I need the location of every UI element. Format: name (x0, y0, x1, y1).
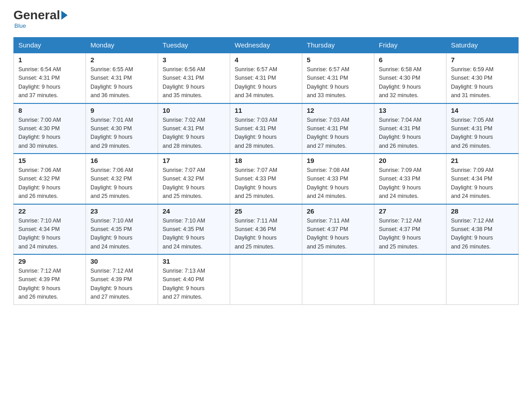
logo-area: General Blue (13, 9, 69, 29)
day-info: Sunrise: 7:07 AMSunset: 4:32 PMDaylight:… (163, 167, 205, 199)
day-cell: 31 Sunrise: 7:13 AMSunset: 4:40 PMDaylig… (158, 254, 230, 304)
day-cell: 13 Sunrise: 7:04 AMSunset: 4:31 PMDaylig… (374, 103, 446, 154)
day-info: Sunrise: 6:55 AMSunset: 4:31 PMDaylight:… (90, 66, 133, 98)
day-info: Sunrise: 7:10 AMSunset: 4:35 PMDaylight:… (163, 218, 205, 250)
day-info: Sunrise: 6:54 AMSunset: 4:31 PMDaylight:… (18, 66, 61, 98)
day-number: 3 (163, 56, 225, 64)
day-cell: 23 Sunrise: 7:10 AMSunset: 4:35 PMDaylig… (86, 204, 158, 255)
day-cell: 18 Sunrise: 7:07 AMSunset: 4:33 PMDaylig… (230, 154, 302, 204)
day-cell: 6 Sunrise: 6:58 AMSunset: 4:30 PMDayligh… (374, 53, 446, 103)
day-info: Sunrise: 7:05 AMSunset: 4:31 PMDaylight:… (451, 117, 493, 149)
day-cell (446, 254, 519, 304)
day-number: 15 (18, 157, 81, 164)
day-number: 14 (451, 107, 514, 114)
day-number: 4 (235, 56, 297, 64)
day-cell: 14 Sunrise: 7:05 AMSunset: 4:31 PMDaylig… (446, 103, 519, 154)
day-cell: 29 Sunrise: 7:12 AMSunset: 4:39 PMDaylig… (14, 254, 86, 304)
logo-arrow-icon (61, 11, 68, 20)
day-info: Sunrise: 7:12 AMSunset: 4:39 PMDaylight:… (18, 268, 61, 300)
col-header-sunday: Sunday (14, 38, 86, 53)
day-number: 10 (163, 107, 225, 114)
day-number: 26 (307, 207, 369, 215)
day-info: Sunrise: 6:57 AMSunset: 4:31 PMDaylight:… (307, 66, 349, 98)
day-info: Sunrise: 7:09 AMSunset: 4:34 PMDaylight:… (451, 167, 493, 199)
day-number: 21 (451, 157, 514, 164)
day-info: Sunrise: 6:58 AMSunset: 4:30 PMDaylight:… (379, 66, 421, 98)
day-cell: 2 Sunrise: 6:55 AMSunset: 4:31 PMDayligh… (86, 53, 158, 103)
day-cell: 7 Sunrise: 6:59 AMSunset: 4:30 PMDayligh… (446, 53, 519, 103)
day-cell: 16 Sunrise: 7:06 AMSunset: 4:32 PMDaylig… (86, 154, 158, 204)
day-number: 17 (163, 157, 225, 164)
day-cell: 21 Sunrise: 7:09 AMSunset: 4:34 PMDaylig… (446, 154, 519, 204)
day-info: Sunrise: 6:57 AMSunset: 4:31 PMDaylight:… (235, 66, 277, 98)
day-cell: 12 Sunrise: 7:03 AMSunset: 4:31 PMDaylig… (302, 103, 374, 154)
week-row-2: 8 Sunrise: 7:00 AMSunset: 4:30 PMDayligh… (14, 103, 519, 154)
day-cell: 5 Sunrise: 6:57 AMSunset: 4:31 PMDayligh… (302, 53, 374, 103)
week-row-5: 29 Sunrise: 7:12 AMSunset: 4:39 PMDaylig… (14, 254, 519, 304)
logo: General (13, 9, 69, 21)
day-number: 24 (163, 207, 225, 215)
day-info: Sunrise: 7:06 AMSunset: 4:32 PMDaylight:… (18, 167, 61, 199)
day-number: 22 (18, 207, 81, 215)
day-cell: 9 Sunrise: 7:01 AMSunset: 4:30 PMDayligh… (86, 103, 158, 154)
day-number: 12 (307, 107, 369, 114)
col-header-friday: Friday (374, 38, 446, 53)
logo-blue-text: Blue (14, 22, 26, 29)
day-info: Sunrise: 6:59 AMSunset: 4:30 PMDaylight:… (451, 66, 493, 98)
day-number: 19 (307, 157, 369, 164)
day-number: 13 (379, 107, 442, 114)
day-number: 6 (379, 56, 442, 64)
day-number: 25 (235, 207, 297, 215)
col-header-saturday: Saturday (446, 38, 519, 53)
day-number: 1 (18, 56, 81, 64)
day-cell: 30 Sunrise: 7:12 AMSunset: 4:39 PMDaylig… (86, 254, 158, 304)
day-cell: 4 Sunrise: 6:57 AMSunset: 4:31 PMDayligh… (230, 53, 302, 103)
day-cell: 15 Sunrise: 7:06 AMSunset: 4:32 PMDaylig… (14, 154, 86, 204)
day-info: Sunrise: 7:12 AMSunset: 4:37 PMDaylight:… (379, 218, 421, 250)
day-cell: 17 Sunrise: 7:07 AMSunset: 4:32 PMDaylig… (158, 154, 230, 204)
day-cell: 19 Sunrise: 7:08 AMSunset: 4:33 PMDaylig… (302, 154, 374, 204)
day-info: Sunrise: 7:07 AMSunset: 4:33 PMDaylight:… (235, 167, 277, 199)
col-header-thursday: Thursday (302, 38, 374, 53)
day-info: Sunrise: 7:06 AMSunset: 4:32 PMDaylight:… (90, 167, 133, 199)
day-cell: 25 Sunrise: 7:11 AMSunset: 4:36 PMDaylig… (230, 204, 302, 255)
day-cell: 1 Sunrise: 6:54 AMSunset: 4:31 PMDayligh… (14, 53, 86, 103)
day-info: Sunrise: 7:09 AMSunset: 4:33 PMDaylight:… (379, 167, 421, 199)
day-cell: 3 Sunrise: 6:56 AMSunset: 4:31 PMDayligh… (158, 53, 230, 103)
day-cell: 26 Sunrise: 7:11 AMSunset: 4:37 PMDaylig… (302, 204, 374, 255)
day-info: Sunrise: 7:01 AMSunset: 4:30 PMDaylight:… (90, 117, 133, 149)
day-cell: 24 Sunrise: 7:10 AMSunset: 4:35 PMDaylig… (158, 204, 230, 255)
day-cell: 8 Sunrise: 7:00 AMSunset: 4:30 PMDayligh… (14, 103, 86, 154)
day-number: 16 (90, 157, 153, 164)
week-row-1: 1 Sunrise: 6:54 AMSunset: 4:31 PMDayligh… (14, 53, 519, 103)
day-info: Sunrise: 7:12 AMSunset: 4:39 PMDaylight:… (90, 268, 133, 300)
day-cell: 11 Sunrise: 7:03 AMSunset: 4:31 PMDaylig… (230, 103, 302, 154)
week-row-3: 15 Sunrise: 7:06 AMSunset: 4:32 PMDaylig… (14, 154, 519, 204)
day-cell: 20 Sunrise: 7:09 AMSunset: 4:33 PMDaylig… (374, 154, 446, 204)
day-info: Sunrise: 6:56 AMSunset: 4:31 PMDaylight:… (163, 66, 205, 98)
logo-general-text: General (13, 9, 60, 21)
col-header-tuesday: Tuesday (158, 38, 230, 53)
day-cell: 22 Sunrise: 7:10 AMSunset: 4:34 PMDaylig… (14, 204, 86, 255)
day-info: Sunrise: 7:13 AMSunset: 4:40 PMDaylight:… (163, 268, 205, 300)
week-row-4: 22 Sunrise: 7:10 AMSunset: 4:34 PMDaylig… (14, 204, 519, 255)
day-number: 18 (235, 157, 297, 164)
day-number: 2 (90, 56, 153, 64)
day-number: 30 (90, 257, 153, 265)
day-info: Sunrise: 7:08 AMSunset: 4:33 PMDaylight:… (307, 167, 349, 199)
day-cell (230, 254, 302, 304)
day-info: Sunrise: 7:10 AMSunset: 4:34 PMDaylight:… (18, 218, 61, 250)
day-cell (374, 254, 446, 304)
day-cell (302, 254, 374, 304)
day-number: 8 (18, 107, 81, 114)
day-info: Sunrise: 7:03 AMSunset: 4:31 PMDaylight:… (307, 117, 349, 149)
day-cell: 27 Sunrise: 7:12 AMSunset: 4:37 PMDaylig… (374, 204, 446, 255)
day-info: Sunrise: 7:12 AMSunset: 4:38 PMDaylight:… (451, 218, 493, 250)
col-header-monday: Monday (86, 38, 158, 53)
day-number: 7 (451, 56, 514, 64)
day-info: Sunrise: 7:04 AMSunset: 4:31 PMDaylight:… (379, 117, 421, 149)
day-number: 11 (235, 107, 297, 114)
day-number: 27 (379, 207, 442, 215)
header: General Blue (13, 9, 519, 29)
day-number: 31 (163, 257, 225, 265)
